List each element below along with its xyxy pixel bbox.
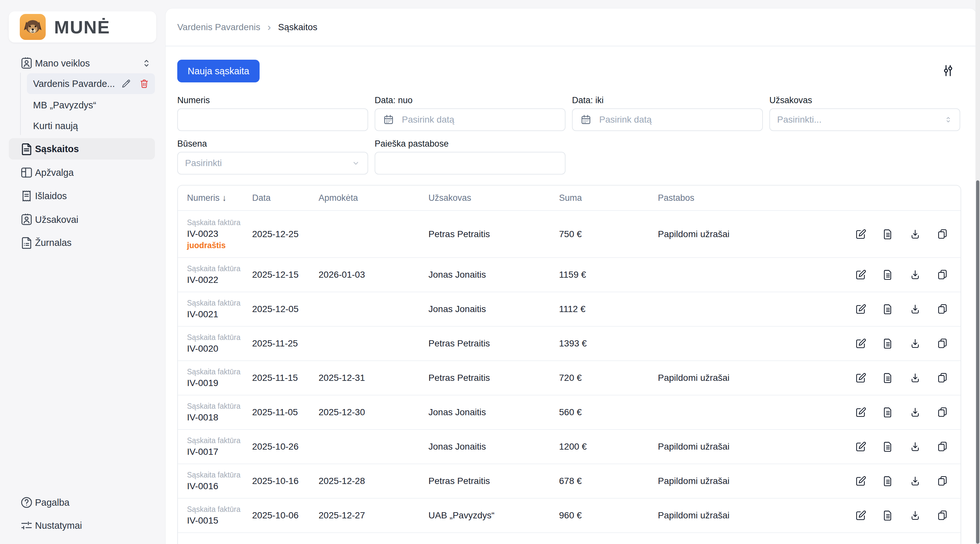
document-icon[interactable] bbox=[881, 509, 894, 522]
copy-icon[interactable] bbox=[936, 475, 949, 488]
breadcrumb: Vardenis Pavardenis › Sąskaitos bbox=[165, 8, 977, 46]
table-body: Sąskaita faktūra IV-0023 juodraštis 2025… bbox=[178, 210, 961, 544]
download-icon[interactable] bbox=[909, 406, 922, 419]
subitem-label: Vardenis Pavarde... bbox=[33, 78, 115, 89]
sidebar-item-zurnalas[interactable]: Žurnalas bbox=[0, 232, 165, 254]
copy-icon[interactable] bbox=[936, 372, 949, 384]
edit-invoice-icon[interactable] bbox=[854, 509, 867, 522]
table-row[interactable]: Sąskaita faktūra IV-0017 2025-10-26 Jona… bbox=[178, 429, 961, 464]
sidebar-subitem-vardenis[interactable]: Vardenis Pavarde... bbox=[27, 73, 155, 94]
column-header-apmoketa[interactable]: Apmokėta bbox=[318, 193, 428, 203]
notes-search-input[interactable] bbox=[382, 158, 558, 169]
invoice-paid-date: 2025-12-28 bbox=[318, 476, 428, 486]
delete-trash-icon[interactable] bbox=[139, 78, 150, 89]
download-icon[interactable] bbox=[909, 303, 922, 316]
date-from-picker[interactable]: Pasirink datą bbox=[375, 108, 565, 131]
numeris-input[interactable] bbox=[185, 114, 360, 125]
invoice-date: 2025-12-05 bbox=[252, 304, 318, 314]
invoice-kind-label: Sąskaita faktūra bbox=[187, 264, 252, 273]
download-icon[interactable] bbox=[909, 509, 922, 522]
subitem-label: MB „Pavyzdys“ bbox=[33, 100, 96, 111]
column-header-suma[interactable]: Suma bbox=[559, 193, 658, 203]
brand-logo[interactable]: MUNĖ bbox=[9, 11, 156, 43]
invoice-sum: 1159 € bbox=[559, 270, 658, 280]
invoice-client: Petras Petraitis bbox=[428, 229, 559, 239]
download-icon[interactable] bbox=[909, 228, 922, 241]
invoice-sum: 960 € bbox=[559, 510, 658, 521]
copy-icon[interactable] bbox=[936, 440, 949, 453]
chevron-expand-icon[interactable] bbox=[141, 57, 152, 69]
edit-invoice-icon[interactable] bbox=[854, 372, 867, 384]
status-select[interactable]: Pasirinkti bbox=[177, 152, 368, 174]
sidebar-item-pagalba[interactable]: Pagalba bbox=[0, 492, 165, 513]
sidebar-subitem-kurti-nauja[interactable]: Kurti naują bbox=[27, 115, 155, 136]
column-header-uzsakovas[interactable]: Užsakovas bbox=[428, 193, 559, 203]
table-row[interactable]: Sąskaita faktūra IV-0018 2025-11-05 2025… bbox=[178, 395, 961, 429]
edit-invoice-icon[interactable] bbox=[854, 268, 867, 281]
edit-invoice-icon[interactable] bbox=[854, 303, 867, 316]
sidebar-group-mano-veiklos[interactable]: Mano veiklos bbox=[0, 53, 165, 74]
copy-icon[interactable] bbox=[936, 303, 949, 316]
document-icon[interactable] bbox=[881, 303, 894, 316]
column-header-pastabos[interactable]: Pastabos bbox=[658, 193, 837, 203]
scrollbar-thumb[interactable] bbox=[976, 180, 979, 544]
download-icon[interactable] bbox=[909, 372, 922, 384]
table-row[interactable]: Sąskaita faktūra IV-0023 juodraštis 2025… bbox=[178, 210, 961, 257]
table-row[interactable]: Sąskaita faktūra IV-0021 2025-12-05 Jona… bbox=[178, 292, 961, 326]
table-row[interactable]: Sąskaita faktūra IV-0015 2025-10-06 2025… bbox=[178, 498, 961, 532]
table-row[interactable]: Sąskaita faktūra IV-0022 2025-12-15 2026… bbox=[178, 257, 961, 292]
invoice-client: Jonas Jonaitis bbox=[428, 304, 559, 314]
edit-invoice-icon[interactable] bbox=[854, 440, 867, 453]
download-icon[interactable] bbox=[909, 268, 922, 281]
invoice-number: IV-0019 bbox=[187, 378, 252, 388]
edit-invoice-icon[interactable] bbox=[854, 337, 867, 350]
column-header-data[interactable]: Data bbox=[252, 193, 318, 203]
edit-invoice-icon[interactable] bbox=[854, 475, 867, 488]
column-header-numeris[interactable]: Numeris ↓ bbox=[178, 193, 252, 203]
filter-numeris: Numeris bbox=[177, 96, 368, 131]
table-row[interactable]: Sąskaita faktūra IV-0019 2025-11-15 2025… bbox=[178, 361, 961, 395]
sidebar-item-uzsakovai[interactable]: Užsakovai bbox=[0, 209, 165, 230]
download-icon[interactable] bbox=[909, 475, 922, 488]
sidebar-item-nustatymai[interactable]: Nustatymai bbox=[0, 515, 165, 536]
document-icon[interactable] bbox=[881, 228, 894, 241]
date-to-picker[interactable]: Pasirink datą bbox=[572, 108, 763, 131]
breadcrumb-parent[interactable]: Vardenis Pavardenis bbox=[177, 22, 260, 32]
copy-icon[interactable] bbox=[936, 268, 949, 281]
sidebar-item-apzvalga[interactable]: Apžvalga bbox=[0, 162, 165, 183]
new-invoice-button[interactable]: Nauja sąskaita bbox=[177, 60, 259, 82]
edit-invoice-icon[interactable] bbox=[854, 228, 867, 241]
download-icon[interactable] bbox=[909, 440, 922, 453]
copy-icon[interactable] bbox=[936, 337, 949, 350]
document-icon[interactable] bbox=[881, 406, 894, 419]
invoice-date: 2025-11-15 bbox=[252, 373, 318, 383]
document-icon[interactable] bbox=[881, 372, 894, 384]
download-icon[interactable] bbox=[909, 337, 922, 350]
document-icon[interactable] bbox=[881, 337, 894, 350]
document-icon[interactable] bbox=[881, 440, 894, 453]
client-select[interactable]: Pasirinkti... bbox=[769, 108, 960, 131]
copy-icon[interactable] bbox=[936, 509, 949, 522]
table-row[interactable]: Sąskaita faktūra bbox=[178, 532, 961, 544]
sidebar-item-label: Nustatymai bbox=[35, 520, 82, 531]
document-icon[interactable] bbox=[881, 475, 894, 488]
person-badge-icon bbox=[19, 212, 34, 227]
edit-invoice-icon[interactable] bbox=[854, 406, 867, 419]
sidebar-item-islaidos[interactable]: Išlaidos bbox=[0, 185, 165, 207]
document-icon[interactable] bbox=[881, 268, 894, 281]
sort-desc-icon: ↓ bbox=[222, 193, 227, 203]
copy-icon[interactable] bbox=[936, 228, 949, 241]
subitem-label: Kurti naują bbox=[33, 121, 78, 131]
invoice-kind-label: Sąskaita faktūra bbox=[187, 505, 252, 514]
table-row[interactable]: Sąskaita faktūra IV-0020 2025-11-25 Petr… bbox=[178, 326, 961, 361]
copy-icon[interactable] bbox=[936, 406, 949, 419]
layout-grid-icon bbox=[19, 166, 34, 180]
breadcrumb-separator-icon: › bbox=[267, 21, 271, 33]
sidebar-item-saskaitos[interactable]: Sąskaitos bbox=[0, 138, 165, 160]
filter-sliders-icon[interactable] bbox=[940, 62, 956, 79]
table-row[interactable]: Sąskaita faktūra IV-0016 2025-10-16 2025… bbox=[178, 464, 961, 498]
dog-logo-icon bbox=[20, 14, 46, 40]
edit-pencil-icon[interactable] bbox=[121, 78, 132, 89]
sidebar-subitem-mb-pavyzdys[interactable]: MB „Pavyzdys“ bbox=[27, 95, 155, 115]
calendar-icon bbox=[382, 113, 395, 126]
